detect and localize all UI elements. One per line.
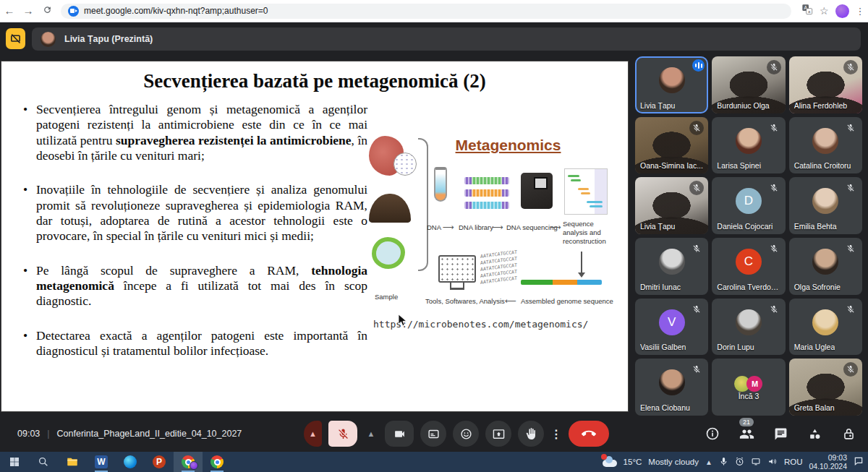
tray-clock-icon[interactable] xyxy=(735,457,744,468)
participant-tile[interactable]: Alina Ferdohleb xyxy=(789,56,862,113)
participant-tile[interactable]: Maria Uglea xyxy=(789,299,862,356)
chrome-icon xyxy=(210,455,224,468)
windows-taskbar: WP 15°C Mostly cloudy ▲ ROU 09:03 04.10.… xyxy=(0,452,868,472)
participant-tile[interactable]: Burduniuc Olga xyxy=(712,56,785,113)
sample-label: Sample xyxy=(375,293,398,301)
participant-name: Oana-Simina Iac... xyxy=(640,161,703,170)
camera-toggle-button[interactable] xyxy=(385,421,414,447)
present-screen-button[interactable] xyxy=(485,421,511,447)
audio-level-icon xyxy=(692,59,705,72)
file-explorer-taskbar-button[interactable] xyxy=(58,452,87,472)
mic-off-icon xyxy=(689,121,704,135)
avatar xyxy=(659,249,685,275)
participant-tile[interactable]: MÎncă 3 xyxy=(712,359,785,416)
tray-display-icon[interactable] xyxy=(751,457,761,468)
mic-toggle-button[interactable] xyxy=(328,421,357,447)
avatar xyxy=(812,188,838,214)
mic-off-icon xyxy=(689,302,704,317)
translate-icon[interactable]: Aa xyxy=(801,4,813,18)
avatar xyxy=(812,249,838,275)
presenter-banner[interactable]: Livia Țapu (Prezintă) xyxy=(32,27,861,51)
tray-volume-icon[interactable] xyxy=(767,457,778,468)
end-call-button[interactable] xyxy=(569,421,609,447)
participant-tile[interactable]: CCarolina Tverdoh... xyxy=(712,238,785,295)
forward-icon[interactable]: → xyxy=(19,0,38,22)
participant-tile[interactable]: Livia Țapu xyxy=(635,56,708,113)
chat-icon xyxy=(774,427,788,441)
tools-label: Tools, Softwares, Analysis xyxy=(425,297,505,305)
taskbar-clock[interactable]: 09:03 04.10.2024 xyxy=(809,453,847,471)
avatar xyxy=(736,128,762,154)
notification-center-icon[interactable] xyxy=(854,456,864,468)
slide-bullet: Detectarea exactă a agenților patogeni e… xyxy=(20,328,367,359)
activities-button[interactable] xyxy=(807,426,822,442)
tray-microphone-icon[interactable] xyxy=(719,457,728,468)
mic-options-button[interactable]: ▲ xyxy=(304,421,322,447)
participant-tile[interactable]: Olga Sofronie xyxy=(789,238,862,295)
analysis-chart-icon xyxy=(564,168,608,215)
participant-tile[interactable]: Catalina Croitoru xyxy=(789,117,862,174)
participant-tile[interactable]: Larisa Spinei xyxy=(712,117,785,174)
weather-condition[interactable]: Mostly cloudy xyxy=(648,458,699,466)
avatar: D xyxy=(736,188,762,214)
camera-options-button[interactable]: ▲ xyxy=(364,421,378,447)
mic-off-icon xyxy=(689,241,704,256)
mic-off-icon xyxy=(767,181,781,195)
powerpoint-icon: P xyxy=(153,455,166,468)
mic-off-icon xyxy=(689,362,704,377)
more-options-button[interactable]: ⋮ xyxy=(550,421,562,447)
participant-tile[interactable]: Livia Țapu xyxy=(635,177,708,234)
raise-hand-icon xyxy=(525,428,537,439)
address-bar[interactable]: meet.google.com/kiv-qxhn-nqt?amp;authuse… xyxy=(61,4,791,19)
participant-name: Alina Ferdohleb xyxy=(794,101,848,110)
powerpoint-taskbar-button[interactable]: P xyxy=(145,452,174,472)
participant-name: Larisa Spinei xyxy=(717,161,761,170)
chrome-taskbar-button[interactable] xyxy=(203,452,231,472)
file-explorer-icon xyxy=(66,455,79,468)
browser-menu-icon[interactable]: ⋮ xyxy=(856,6,865,17)
computer-monitor-icon xyxy=(438,255,476,283)
profile-avatar[interactable] xyxy=(835,4,849,18)
chrome-taskbar-button[interactable] xyxy=(174,452,203,472)
presenting-indicator[interactable] xyxy=(6,28,25,49)
participant-tile[interactable]: Emilia Behta xyxy=(789,177,862,234)
host-controls-button[interactable] xyxy=(841,426,856,442)
presenter-name: Livia Țapu (Prezintă) xyxy=(64,34,153,44)
info-icon xyxy=(705,426,720,441)
back-icon[interactable]: ← xyxy=(0,0,19,22)
sequence-letters: AATATCATGCCATAATATCATGCCATAATATCATGCCATA… xyxy=(480,248,527,291)
tray-chevron-up-icon[interactable]: ▲ xyxy=(705,458,712,466)
meeting-details-button[interactable] xyxy=(705,426,720,442)
participant-tile[interactable]: Dmitri Iunac xyxy=(635,238,708,295)
participant-tile[interactable]: VVasilii Galben xyxy=(635,299,708,356)
arrow-icon: ⟶ xyxy=(492,223,503,232)
slide-bullet: Inovațiile în tehnologiile de secvențier… xyxy=(20,182,367,244)
reactions-button[interactable] xyxy=(453,421,479,447)
weather-temp[interactable]: 15°C xyxy=(624,458,642,466)
raise-hand-button[interactable] xyxy=(518,421,544,447)
start-taskbar-button[interactable] xyxy=(0,452,29,472)
search-icon xyxy=(38,456,49,468)
language-indicator[interactable]: ROU xyxy=(784,458,803,466)
participant-tile[interactable]: Dorin Lupu xyxy=(712,299,785,356)
chat-button[interactable] xyxy=(773,426,788,442)
clock-time: 09:03 xyxy=(17,429,40,439)
participant-tile[interactable]: Elena Ciobanu xyxy=(635,359,708,416)
arrow-icon: ⟶ xyxy=(550,223,561,232)
participant-name: Livia Țapu xyxy=(640,222,675,231)
word-taskbar-button[interactable]: W xyxy=(87,452,116,472)
reload-icon[interactable] xyxy=(38,0,56,22)
captions-button[interactable] xyxy=(420,421,446,447)
google-meet-window: ← → meet.google.com/kiv-qxhn-nqt?amp;aut… xyxy=(0,0,868,472)
edge-taskbar-button[interactable] xyxy=(116,452,145,472)
participant-tile[interactable]: Greta Balan xyxy=(789,359,862,416)
panel-controls: 21 xyxy=(705,416,856,452)
mic-off-icon xyxy=(767,302,781,317)
people-button[interactable]: 21 xyxy=(739,426,754,442)
search-taskbar-button[interactable] xyxy=(29,452,58,472)
participant-tile[interactable]: DDaniela Cojocari xyxy=(712,177,785,234)
bookmark-star-icon[interactable]: ☆ xyxy=(820,5,829,17)
participant-tile[interactable]: Oana-Simina Iac... xyxy=(635,117,708,174)
weather-icon[interactable] xyxy=(603,456,617,468)
participant-name: Livia Țapu xyxy=(640,101,675,110)
